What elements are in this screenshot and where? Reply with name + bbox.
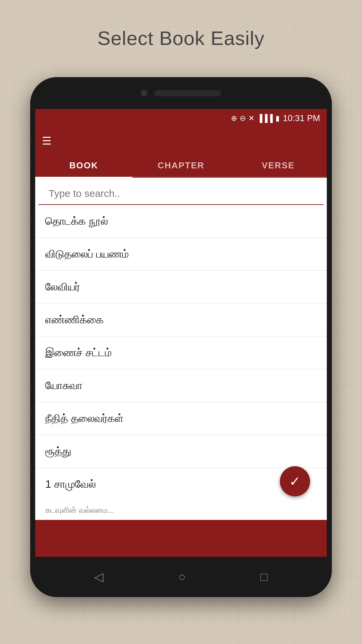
back-button[interactable]: ◁ [94,570,104,584]
phone-camera [141,90,147,97]
app-bar: ☰ [35,127,327,154]
list-item[interactable]: லேவியர் [35,271,327,304]
page-title: Select Book Easily [0,27,362,49]
signal-plus-icon: ⊕ [231,114,237,123]
phone-bottom-nav: ◁ ○ □ [30,557,332,597]
list-item[interactable]: நீதித் தலைவர்கள் [35,402,327,435]
list-item[interactable]: இணைச் சட்டம் [35,336,327,369]
signal-x-icon: ✕ [248,114,254,123]
fab-confirm-button[interactable]: ✓ [280,466,310,496]
status-time: 10:31 PM [283,113,320,123]
phone-screen: ⊕ ⊖ ✕ ▐▐▐ ▮ 10:31 PM ☰ BOOK CHAPTER VERS… [35,109,327,557]
tab-book[interactable]: BOOK [35,154,132,177]
signal-bars-icon: ▐▐▐ [257,114,273,123]
hamburger-menu-icon[interactable]: ☰ [42,135,52,147]
bottom-preview-text: கடவுளின் வல்லமை... [35,500,327,520]
list-item[interactable]: விடுதலைப் பயணம் [35,238,327,271]
phone-shell: ⊕ ⊖ ✕ ▐▐▐ ▮ 10:31 PM ☰ BOOK CHAPTER VERS… [30,77,332,597]
status-bar: ⊕ ⊖ ✕ ▐▐▐ ▮ 10:31 PM [35,109,327,127]
list-item[interactable]: யோசுவா [35,369,327,402]
signal-minus-icon: ⊖ [240,114,246,123]
tab-verse[interactable]: VERSE [230,154,327,177]
list-item[interactable]: தொடக்க நூல் [35,205,327,238]
search-container [39,178,323,205]
battery-icon: ▮ [276,114,280,123]
list-item[interactable]: ரூத்து [35,435,327,468]
book-list: தொடக்க நூல் விடுதலைப் பயணம் லேவியர் எண்ண… [35,205,327,500]
recent-apps-button[interactable]: □ [260,570,268,584]
search-input[interactable] [49,184,313,204]
phone-speaker [154,90,221,96]
tabs-container: BOOK CHAPTER VERSE [35,154,327,178]
list-item[interactable]: எண்ணிக்கை [35,304,327,336]
phone-top-hardware [30,77,332,109]
status-icons: ⊕ ⊖ ✕ ▐▐▐ ▮ [231,114,280,123]
home-button[interactable]: ○ [178,570,186,584]
content-area: தொடக்க நூல் விடுதலைப் பயணம் லேவியர் எண்ண… [35,178,327,520]
tab-chapter[interactable]: CHAPTER [132,154,230,177]
